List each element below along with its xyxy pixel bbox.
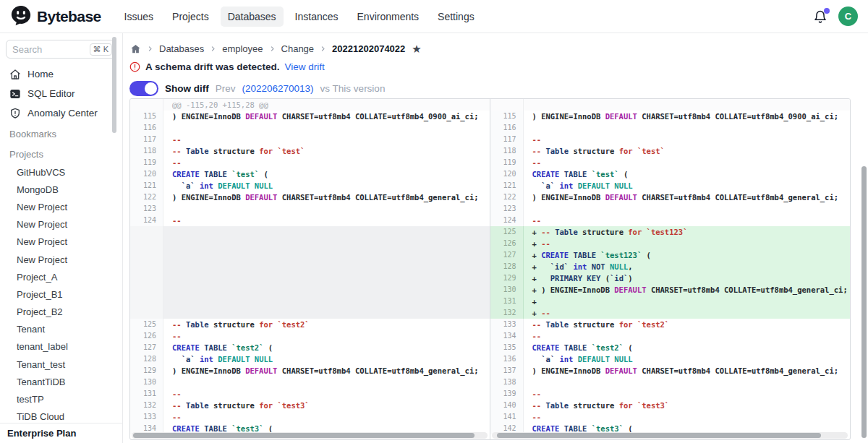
sidebar-item-anomaly-center[interactable]: Anomaly Center [0,103,122,123]
breadcrumb-item-20221202074022[interactable]: 20221202074022 [332,43,405,54]
code-line: ) ENGINE=InnoDB DEFAULT CHARSET=utf8mb4 … [524,365,851,377]
diff-row: 118-- Table structure for `test` [490,145,851,157]
sidebar-item-home[interactable]: Home [0,64,122,84]
bytebase-logo[interactable]: Bytebase [0,4,101,29]
window-scrollbar[interactable] [861,166,867,438]
sidebar-project-tenant-label[interactable]: tenant_label [0,338,122,356]
line-number: 135 [490,342,524,353]
chevron-right-icon [320,46,326,52]
line-number: 126 [130,330,163,342]
diff-pane-current: 115) ENGINE=InnoDB DEFAULT CHARSET=utf8m… [490,99,851,439]
diff-row: 115) ENGINE=InnoDB DEFAULT CHARSET=utf8m… [490,111,851,122]
diff-row: 133-- Table structure for `test2` [490,319,851,330]
diff-row: 115) ENGINE=InnoDB DEFAULT CHARSET=utf8m… [130,111,490,122]
bookmarks-section-label: Bookmarks [0,123,122,143]
sidebar-project-testtp[interactable]: testTP [0,390,122,408]
sidebar-project-mongodb[interactable]: MongoDB [0,181,122,198]
code-line: -- [524,134,851,145]
code-line: @@ -115,20 +115,28 @@ [163,99,490,111]
line-number: 119 [490,157,524,168]
home-icon[interactable] [130,43,141,54]
code-line: -- [524,411,851,423]
line-number: 136 [490,353,524,365]
shield-icon [9,108,21,119]
line-number: 138 [490,377,524,388]
diff-row: 118-- Table structure for `test` [130,145,490,157]
right-pane-hscrollbar-track[interactable] [492,432,848,439]
code-line: -- [163,388,490,400]
code-line: -- [163,157,490,168]
breadcrumb-item-employee[interactable]: employee [222,43,263,54]
show-diff-toggle[interactable] [129,81,158,96]
left-pane-hscrollbar-track[interactable] [132,432,488,439]
search-input[interactable]: Search ⌘ K [6,40,116,59]
diff-row: 117-- [490,134,851,145]
nav-item-instances[interactable]: Instances [288,7,346,27]
sidebar-project-tenant[interactable]: Tenant [0,321,122,338]
line-number: 119 [130,157,163,168]
breadcrumb-item-change[interactable]: Change [281,43,315,54]
code-line: -- Table structure for `test2` [524,319,851,330]
code-line [524,377,851,388]
line-number [130,226,163,319]
code-line: -- Table structure for `test2` [163,319,490,330]
line-number: 133 [490,319,524,330]
sidebar-project-new-project-4[interactable]: New Project [0,233,122,251]
sidebar-project-tenanttidb[interactable]: TenantTiDB [0,373,122,390]
project-list: GitHubVCSMongoDBNew ProjectNew ProjectNe… [0,163,122,426]
sidebar-item-sql-editor[interactable]: SQL Editor [0,84,122,103]
diff-row: 123 [130,203,490,215]
code-line [163,122,490,134]
show-diff-label: Show diff [165,83,209,94]
diff-row: 120CREATE TABLE `test` ( [490,168,851,180]
line-number: 121 [490,180,524,192]
nav-item-environments[interactable]: Environments [350,7,427,27]
sidebar-project-new-project-2[interactable]: New Project [0,198,122,215]
diff-row: 132+ -- [490,307,851,319]
code-line: -- [524,388,851,400]
line-number: 123 [130,203,163,215]
nav-item-issues[interactable]: Issues [117,7,161,27]
sidebar-scrollbar[interactable] [112,37,116,133]
sidebar-item-label: SQL Editor [27,88,75,99]
sidebar-project-tenant-test[interactable]: Tenant_test [0,356,122,373]
notification-bell-icon[interactable] [813,9,827,24]
star-icon[interactable]: ★ [412,43,421,54]
avatar[interactable]: C [838,7,858,26]
sidebar-project-githubvcs[interactable]: GitHubVCS [0,163,122,181]
diff-row: 116 [490,122,851,134]
right-pane-hscrollbar-thumb[interactable] [497,433,821,438]
code-line: -- [163,411,490,423]
code-line: -- [524,215,851,226]
diff-row: 119-- [490,157,851,168]
sidebar-project-project-a[interactable]: Project_A [0,268,122,285]
chevron-right-icon [269,46,276,52]
view-drift-link[interactable]: View drift [285,61,325,72]
schema-drift-alert: A schema drift was detected. View drift [124,54,868,72]
sidebar-project-project-b1[interactable]: Project_B1 [0,285,122,303]
nav-item-projects[interactable]: Projects [165,7,216,27]
left-pane-hscrollbar-thumb[interactable] [133,433,475,438]
breadcrumb-item-databases[interactable]: Databases [159,43,204,54]
nav-item-settings[interactable]: Settings [430,7,482,27]
line-number: 122 [490,192,524,203]
line-number: 132 [490,307,524,319]
diff-row: 131-- [130,388,490,400]
diff-row: 121 `a` int DEFAULT NULL [490,180,851,192]
sidebar-project-project-b2[interactable]: Project_B2 [0,304,122,321]
code-line: -- Table structure for `test` [524,145,851,157]
sidebar-item-label: Anomaly Center [27,108,98,119]
diff-row: 129+ PRIMARY KEY (`id`) [490,272,851,284]
line-number: 139 [490,388,524,400]
prev-version-link[interactable]: (202206270013) [242,83,314,94]
diff-row: 125+ -- Table structure for `test123` [490,226,851,238]
home-icon [9,69,21,80]
diff-row: 125-- Table structure for `test2` [130,319,490,330]
sidebar-project-new-project-5[interactable]: New Project [0,251,122,268]
main-nav: IssuesProjectsDatabasesInstancesEnvironm… [117,7,482,27]
alert-icon [129,61,140,72]
sidebar-nav: HomeSQL EditorAnomaly Center [0,64,122,123]
prev-label: Prev [216,83,236,94]
sidebar-project-new-project-3[interactable]: New Project [0,216,122,233]
nav-item-databases[interactable]: Databases [221,7,284,27]
